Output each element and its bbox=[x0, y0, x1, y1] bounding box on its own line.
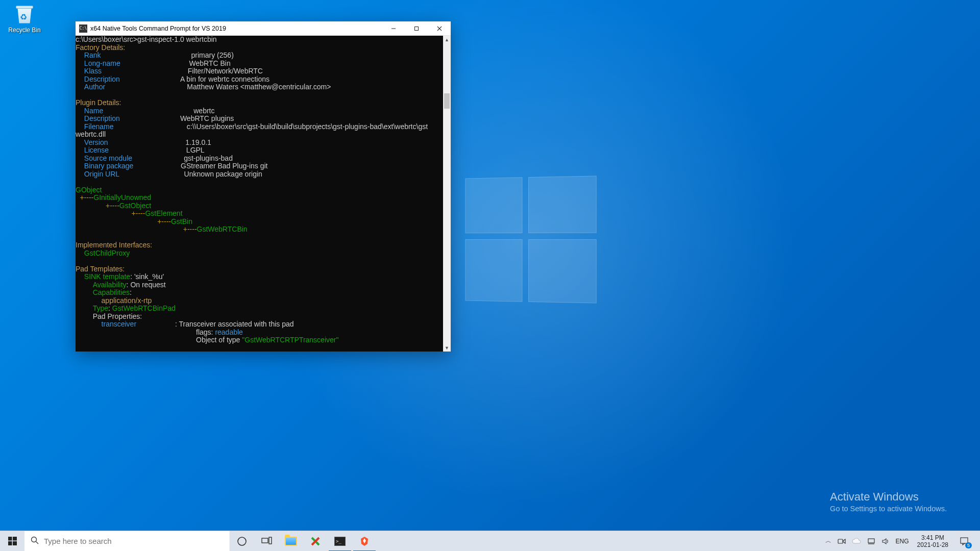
prompt: c:\Users\boxer\src> bbox=[76, 36, 137, 43]
caps-key: Capabilities bbox=[93, 288, 130, 296]
tray-chevron-button[interactable]: ︿ bbox=[822, 531, 835, 552]
command-prompt-window[interactable]: C:\ x64 Native Tools Command Prompt for … bbox=[76, 21, 451, 352]
rank-key: Rank bbox=[84, 51, 101, 59]
desktop[interactable]: ♻ Recycle Bin Activate Windows Go to Set… bbox=[0, 0, 980, 531]
pname-val: webrtc bbox=[193, 107, 214, 115]
svg-rect-5 bbox=[13, 537, 17, 541]
watermark-title: Activate Windows bbox=[830, 490, 947, 504]
cloud-icon bbox=[852, 538, 861, 545]
language-indicator: ENG bbox=[896, 538, 909, 545]
tray-network[interactable] bbox=[864, 531, 878, 552]
type-key: Type bbox=[93, 304, 108, 312]
clock-date: 2021-01-28 bbox=[917, 541, 948, 548]
klass-key: Klass bbox=[84, 67, 102, 75]
hier-l2: GstObject bbox=[119, 202, 151, 210]
taskbar-search[interactable] bbox=[24, 531, 230, 551]
svg-point-10 bbox=[238, 537, 246, 545]
tray-meet-now[interactable] bbox=[835, 531, 849, 552]
transceiver-val: : Transceiver associated with this pad bbox=[175, 320, 294, 328]
avail-val: On request bbox=[130, 281, 165, 289]
cmd-icon: >_ bbox=[334, 537, 346, 546]
svg-rect-11 bbox=[262, 538, 268, 543]
recycle-bin-icon: ♻ bbox=[14, 3, 35, 24]
terminal-output[interactable]: c:\Users\boxer\src>gst-inspect-1.0 webrt… bbox=[76, 36, 443, 352]
scrollbar-track[interactable] bbox=[443, 43, 451, 344]
hier-l5: GstWebRTCBin bbox=[197, 225, 248, 233]
activation-watermark: Activate Windows Go to Settings to activ… bbox=[830, 490, 947, 513]
obj-prefix: Object of type bbox=[196, 336, 242, 344]
svg-rect-6 bbox=[8, 541, 12, 545]
tray-onedrive[interactable] bbox=[849, 531, 864, 552]
bin-val: GStreamer Bad Plug-ins git bbox=[181, 162, 267, 170]
svg-point-8 bbox=[32, 537, 37, 542]
search-input[interactable] bbox=[44, 537, 223, 545]
lic-key: License bbox=[84, 146, 109, 154]
file-cont: webrtc.dll bbox=[76, 130, 106, 138]
avail-key: Availability bbox=[93, 281, 127, 289]
ver-val: 1.19.0.1 bbox=[185, 138, 211, 146]
pname-key: Name bbox=[84, 107, 103, 115]
scroll-down-icon[interactable]: ▼ bbox=[443, 344, 451, 352]
task-view-button[interactable] bbox=[254, 531, 279, 552]
clock-time: 3:41 PM bbox=[921, 534, 944, 541]
url-val: Unknown package origin bbox=[184, 170, 262, 178]
interfaces-item: GstChildProxy bbox=[84, 249, 130, 257]
taskbar-app-explorer[interactable] bbox=[279, 531, 303, 552]
system-tray[interactable]: ︿ ENG 3:41 PM 2021-01-28 5 bbox=[822, 531, 980, 551]
tray-volume[interactable] bbox=[878, 531, 893, 552]
show-desktop-button[interactable] bbox=[975, 531, 978, 552]
scroll-up-icon[interactable]: ▲ bbox=[443, 36, 451, 43]
pdesc-val: WebRTC plugins bbox=[180, 114, 234, 122]
tray-clock[interactable]: 3:41 PM 2021-01-28 bbox=[912, 531, 953, 552]
file-key: Filename bbox=[84, 122, 114, 131]
tray-language[interactable]: ENG bbox=[893, 531, 912, 552]
taskbar-app-cmd[interactable]: >_ bbox=[328, 531, 352, 552]
taskbar[interactable]: >_ ︿ ENG 3:41 PM 2021-01-28 bbox=[0, 531, 980, 551]
flags-key: flags bbox=[196, 328, 211, 336]
meet-now-icon bbox=[838, 537, 846, 545]
pdesc-key: Description bbox=[84, 114, 120, 122]
factory-header: Factory Details: bbox=[76, 43, 125, 52]
author-val: Matthew Waters <matthew@centricular.com> bbox=[187, 83, 331, 91]
tray-action-center[interactable]: 5 bbox=[953, 531, 975, 552]
src-val: gst-plugins-bad bbox=[184, 154, 233, 162]
wallpaper-windows-logo bbox=[465, 176, 596, 303]
brave-icon bbox=[359, 536, 370, 547]
maximize-button[interactable] bbox=[405, 21, 428, 36]
caps-val: application/x-rtp bbox=[102, 296, 152, 305]
bin-key: Binary package bbox=[84, 162, 134, 170]
cortana-button[interactable] bbox=[230, 531, 254, 552]
desktop-icon-recycle-bin[interactable]: ♻ Recycle Bin bbox=[4, 3, 45, 34]
window-title: x64 Native Tools Command Prompt for VS 2… bbox=[90, 25, 382, 32]
sink-val: 'sink_%u' bbox=[134, 272, 164, 281]
transceiver-key: transceiver bbox=[102, 320, 136, 328]
longname-key: Long-name bbox=[84, 59, 120, 67]
minimize-button[interactable] bbox=[382, 21, 405, 36]
svg-rect-1 bbox=[414, 27, 418, 30]
taskbar-app-brave[interactable] bbox=[352, 531, 377, 552]
x-app-icon bbox=[310, 536, 321, 547]
svg-rect-16 bbox=[868, 539, 874, 543]
app-icon: C:\ bbox=[79, 24, 87, 33]
hier-l4: GstBin bbox=[171, 217, 192, 226]
scrollbar[interactable]: ▲ ▼ bbox=[443, 36, 451, 352]
task-view-icon bbox=[261, 536, 272, 547]
author-key: Author bbox=[84, 83, 105, 91]
longname-val: WebRTC Bin bbox=[189, 59, 231, 67]
hier-l0: GObject bbox=[76, 186, 102, 194]
watermark-subtitle: Go to Settings to activate Windows. bbox=[830, 505, 947, 513]
windows-logo-icon bbox=[8, 537, 17, 545]
pad-props-header: Pad Properties: bbox=[93, 312, 142, 320]
cortana-icon bbox=[236, 536, 248, 547]
chevron-up-icon: ︿ bbox=[825, 537, 831, 545]
titlebar[interactable]: C:\ x64 Native Tools Command Prompt for … bbox=[76, 21, 451, 36]
start-button[interactable] bbox=[0, 531, 24, 551]
svg-rect-12 bbox=[269, 537, 272, 544]
taskbar-app-x[interactable] bbox=[303, 531, 328, 552]
file-val: c:\\Users\boxer\src\gst-build\build\subp… bbox=[187, 122, 428, 131]
close-button[interactable] bbox=[428, 21, 451, 36]
src-key: Source module bbox=[84, 154, 132, 162]
scrollbar-thumb[interactable] bbox=[444, 93, 450, 109]
sink-key: SINK template bbox=[84, 272, 130, 281]
lic-val: LGPL bbox=[186, 146, 205, 154]
